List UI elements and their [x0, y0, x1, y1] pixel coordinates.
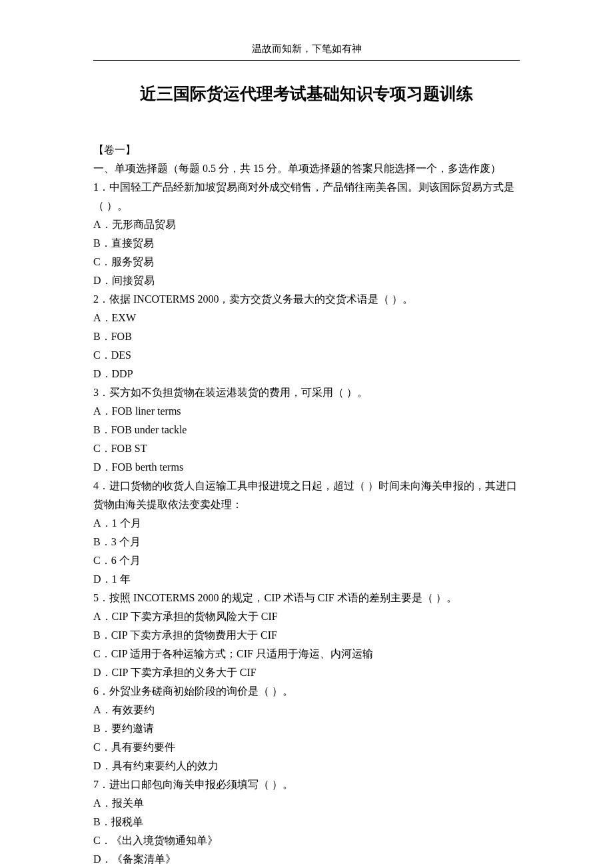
- question-stem: 2．依据 INCOTERMS 2000，卖方交货义务最大的交货术语是（ ）。: [93, 290, 520, 309]
- question-option: D．DDP: [93, 365, 520, 383]
- question-option: B．FOB under tackle: [93, 421, 520, 439]
- question-option: D．具有约束要约人的效力: [93, 757, 520, 775]
- question-option: C．DES: [93, 346, 520, 365]
- question: 3．买方如不负担货物在装运港装货的费用，可采用（ ）。 A．FOB liner …: [93, 383, 520, 477]
- question-option: B．直接贸易: [93, 234, 520, 253]
- question-option: C．CIP 适用于各种运输方式；CIF 只适用于海运、内河运输: [93, 645, 520, 663]
- question-option: A．EXW: [93, 309, 520, 327]
- question-stem: 5．按照 INCOTERMS 2000 的规定，CIP 术语与 CIF 术语的差…: [93, 589, 520, 607]
- question-option: D．CIP 下卖方承担的义务大于 CIF: [93, 663, 520, 682]
- question-option: A．报关单: [93, 794, 520, 813]
- question-option: C．具有要约要件: [93, 738, 520, 757]
- question-stem: 6．外贸业务磋商初始阶段的询价是（ ）。: [93, 682, 520, 701]
- question: 2．依据 INCOTERMS 2000，卖方交货义务最大的交货术语是（ ）。 A…: [93, 290, 520, 383]
- question-option: D．FOB berth terms: [93, 458, 520, 477]
- question-option: D．间接贸易: [93, 271, 520, 290]
- question-option: A．1 个月: [93, 514, 520, 533]
- question-option: B．FOB: [93, 327, 520, 346]
- question-option: A．无形商品贸易: [93, 215, 520, 234]
- question-option: C．服务贸易: [93, 253, 520, 271]
- page: 温故而知新，下笔如有神 近三国际货运代理考试基础知识专项习题训练 【卷一】 一、…: [47, 0, 566, 868]
- question: 7．进出口邮包向海关申报必须填写（ ）。 A．报关单 B．报税单 C．《出入境货…: [93, 775, 520, 868]
- header-rule: [93, 60, 520, 61]
- document-body: 【卷一】 一、单项选择题（每题 0.5 分，共 15 分。单项选择题的答案只能选…: [93, 141, 520, 868]
- document-title: 近三国际货运代理考试基础知识专项习题训练: [93, 79, 520, 109]
- question-option: A．CIP 下卖方承担的货物风险大于 CIF: [93, 607, 520, 626]
- question-option: D．1 年: [93, 570, 520, 589]
- question-stem: 7．进出口邮包向海关申报必须填写（ ）。: [93, 775, 520, 794]
- section-label: 【卷一】: [93, 141, 520, 159]
- question-option: D．《备案清单》: [93, 850, 520, 868]
- question: 4．进口货物的收货人自运输工具申报进境之日起，超过（ ）时间未向海关申报的，其进…: [93, 477, 520, 589]
- question-stem: 1．中国轻工产品经新加坡贸易商对外成交销售，产品销往南美各国。则该国际贸易方式是…: [93, 178, 520, 215]
- question-option: B．报税单: [93, 813, 520, 831]
- question: 5．按照 INCOTERMS 2000 的规定，CIP 术语与 CIF 术语的差…: [93, 589, 520, 682]
- question: 6．外贸业务磋商初始阶段的询价是（ ）。 A．有效要约 B．要约邀请 C．具有要…: [93, 682, 520, 775]
- question-stem: 3．买方如不负担货物在装运港装货的费用，可采用（ ）。: [93, 383, 520, 402]
- question-option: A．有效要约: [93, 701, 520, 719]
- question-option: C．6 个月: [93, 551, 520, 570]
- section-instructions: 一、单项选择题（每题 0.5 分，共 15 分。单项选择题的答案只能选择一个，多…: [93, 159, 520, 178]
- page-header: 温故而知新，下笔如有神: [93, 40, 520, 57]
- question-stem: 4．进口货物的收货人自运输工具申报进境之日起，超过（ ）时间未向海关申报的，其进…: [93, 477, 520, 514]
- question-option: B．3 个月: [93, 533, 520, 551]
- question-option: B．CIP 下卖方承担的货物费用大于 CIF: [93, 626, 520, 645]
- question: 1．中国轻工产品经新加坡贸易商对外成交销售，产品销往南美各国。则该国际贸易方式是…: [93, 178, 520, 290]
- question-option: B．要约邀请: [93, 719, 520, 738]
- question-option: A．FOB liner terms: [93, 402, 520, 421]
- question-option: C．FOB ST: [93, 439, 520, 458]
- question-option: C．《出入境货物通知单》: [93, 831, 520, 850]
